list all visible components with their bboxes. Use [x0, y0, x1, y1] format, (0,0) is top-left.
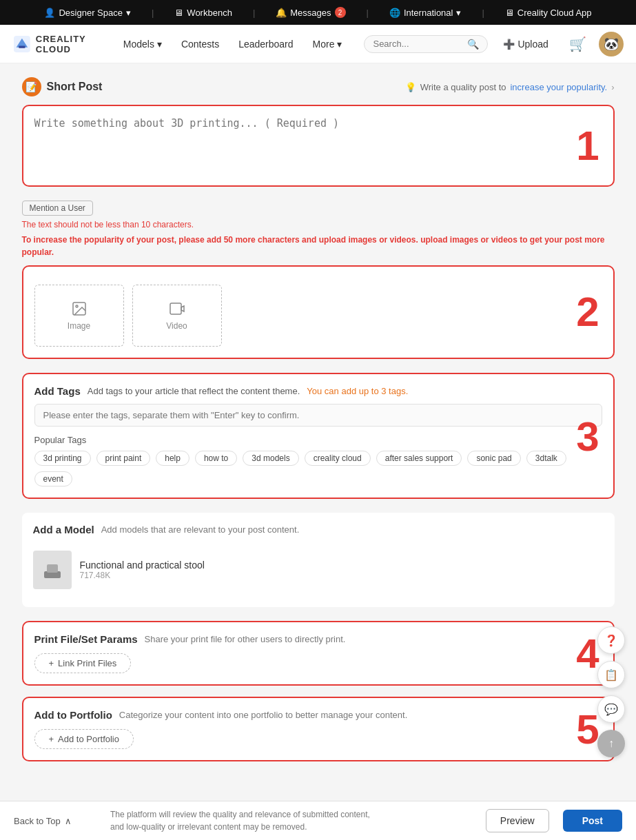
search-box[interactable]: 🔍 — [364, 35, 488, 53]
help-btn[interactable]: ❓ — [597, 626, 625, 654]
popular-tags-row: Popular Tags 3d printingprint painthelph… — [34, 435, 602, 486]
print-file-header: Print File/Set Params Share your print f… — [34, 633, 602, 645]
chevron-down-icon: ▾ — [126, 8, 131, 18]
tag-chip[interactable]: print paint — [96, 451, 151, 466]
preview-btn[interactable]: Preview — [486, 809, 549, 832]
svg-rect-5 — [170, 303, 181, 314]
app-btn[interactable]: 🖥 Creality Cloud App — [498, 8, 599, 18]
model-thumbnail — [33, 551, 72, 589]
tag-chip[interactable]: 3dtalk — [526, 451, 566, 466]
tags-container: 3d printingprint painthelphow to3d model… — [34, 451, 602, 486]
portfolio-section: Add to Portfolio Categorize your content… — [22, 697, 615, 761]
model-item: Functional and practical stool 717.48K — [33, 544, 604, 596]
top-bar: 👤 Designer Space ▾ | 🖥 Workbench | 🔔 Mes… — [0, 0, 636, 25]
print-file-section: Print File/Set Params Share your print f… — [22, 621, 615, 686]
count-highlight: 50 — [224, 235, 233, 245]
chevron-down-icon: ▾ — [337, 39, 342, 50]
post-icon: 📝 — [22, 77, 41, 96]
svg-rect-8 — [47, 564, 58, 573]
chevron-right-icon: › — [611, 82, 614, 92]
workbench-btn[interactable]: 🖥 Workbench — [167, 8, 239, 18]
section-title: 📝 Short Post — [22, 77, 103, 96]
tags-header: Add Tags Add tags to your article that r… — [34, 385, 602, 397]
nav-models[interactable]: Models ▾ — [115, 34, 170, 54]
tag-chip[interactable]: help — [156, 451, 189, 466]
chevron-up-icon: ∧ — [65, 816, 72, 826]
video-icon — [169, 300, 185, 317]
add-to-portfolio-btn[interactable]: + Add to Portfolio — [34, 729, 134, 749]
mention-user-btn[interactable]: Mention a User — [22, 201, 93, 216]
nav-links: Models ▾ Contests Leaderboard More ▾ — [115, 34, 351, 54]
bell-icon: 🔔 — [276, 8, 287, 18]
model-3d-icon — [40, 557, 65, 582]
message-badge: 2 — [335, 7, 346, 18]
text-section: 1 — [22, 105, 615, 187]
person-icon: 👤 — [44, 8, 55, 18]
post-textarea[interactable] — [34, 117, 602, 172]
svg-rect-2 — [19, 45, 25, 48]
workbench-icon: 🖥 — [174, 8, 183, 18]
link-print-files-btn[interactable]: + Link Print Files — [34, 653, 132, 673]
plus-icon: ➕ — [503, 39, 515, 50]
svg-point-4 — [76, 305, 78, 307]
messages-btn[interactable]: 🔔 Messages 2 — [269, 7, 352, 18]
add-model-section: Add a Model Add models that are relevant… — [22, 513, 615, 607]
nav-search: 🔍 ➕ Upload 🛒 🐼 — [364, 32, 623, 57]
quality-hint: 💡 Write a quality post to increase your … — [405, 82, 615, 92]
add-model-header: Add a Model Add models that are relevant… — [33, 524, 604, 535]
tags-input[interactable] — [34, 404, 602, 427]
avatar[interactable]: 🐼 — [599, 32, 624, 57]
mention-area: Mention a User The text should not be le… — [22, 201, 615, 258]
hint-text: To increase the popularity of your post,… — [22, 234, 615, 258]
nav-contests[interactable]: Contests — [173, 34, 227, 54]
bottom-bar: Back to Top ∧ The platform will review t… — [0, 801, 636, 840]
chat-btn[interactable]: 💬 — [597, 695, 625, 723]
logo[interactable]: CREALITY CLOUD — [14, 32, 94, 57]
search-input[interactable] — [373, 39, 467, 49]
plus-icon: + — [49, 658, 54, 668]
nav-leaderboard[interactable]: Leaderboard — [230, 34, 301, 54]
chevron-down-icon: ▾ — [157, 39, 162, 50]
page-content: 📝 Short Post 💡 Write a quality post to i… — [8, 63, 628, 840]
add-tags-section: Add Tags Add tags to your article that r… — [22, 373, 615, 499]
back-to-top-btn[interactable]: Back to Top ∧ — [14, 816, 96, 826]
chevron-down-icon: ▾ — [456, 8, 461, 18]
lightbulb-icon: 💡 — [405, 82, 416, 92]
cart-icon[interactable]: 🛒 — [564, 33, 592, 55]
tag-chip[interactable]: 3d printing — [34, 451, 91, 466]
tag-chip[interactable]: after sales support — [376, 451, 462, 466]
tag-chip[interactable]: event — [34, 471, 72, 486]
main-nav: CREALITY CLOUD Models ▾ Contests Leaderb… — [0, 25, 636, 63]
post-btn[interactable]: Post — [563, 810, 622, 832]
media-upload-row: Image Video — [34, 285, 602, 347]
scroll-top-btn[interactable]: ↑ — [597, 730, 625, 757]
monitor-icon: 🖥 — [505, 8, 514, 18]
image-upload-box[interactable]: Image — [34, 285, 124, 347]
nav-more[interactable]: More ▾ — [305, 34, 351, 54]
media-section: Image Video 2 — [22, 265, 615, 359]
upload-btn[interactable]: ➕ Upload — [495, 34, 556, 54]
video-upload-box[interactable]: Video — [132, 285, 222, 347]
tag-chip[interactable]: sonic pad — [467, 451, 520, 466]
plus-icon: + — [49, 734, 54, 744]
bottom-hint: The platform will review the quality and… — [110, 808, 472, 833]
feedback-btn[interactable]: 📋 — [597, 661, 625, 688]
image-icon — [71, 300, 88, 317]
tag-chip[interactable]: how to — [195, 451, 237, 466]
globe-icon: 🌐 — [389, 8, 400, 18]
portfolio-header: Add to Portfolio Categorize your content… — [34, 709, 602, 721]
error-text: The text should not be less than 10 char… — [22, 220, 615, 229]
float-right-buttons: ❓ 📋 💬 ↑ — [597, 626, 625, 757]
tag-chip[interactable]: 3d models — [243, 451, 298, 466]
designer-space-btn[interactable]: 👤 Designer Space ▾ — [37, 8, 138, 18]
tag-chip[interactable]: creality cloud — [305, 451, 371, 466]
international-btn[interactable]: 🌐 International ▾ — [382, 8, 469, 18]
short-post-header: 📝 Short Post 💡 Write a quality post to i… — [22, 77, 615, 96]
model-info: Functional and practical stool 717.48K — [80, 560, 205, 580]
search-icon: 🔍 — [467, 39, 479, 50]
quality-link[interactable]: increase your popularity. — [510, 82, 607, 92]
